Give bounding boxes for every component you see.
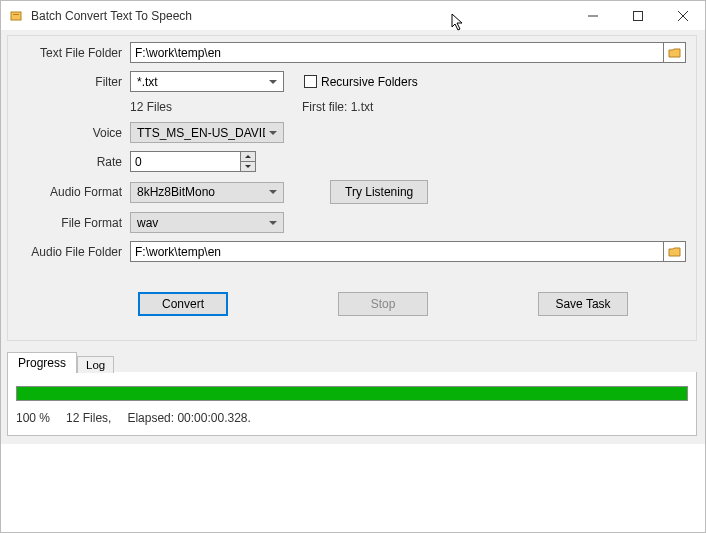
filter-label: Filter [18,75,130,89]
tab-progress[interactable]: Progress [7,352,77,373]
rate-input[interactable] [130,151,256,172]
save-task-button[interactable]: Save Task [538,292,628,316]
status-percent: 100 % [16,411,50,425]
rate-label: Rate [18,155,130,169]
audio-folder-label: Audio File Folder [18,245,130,259]
voice-label: Voice [18,126,130,140]
stop-button[interactable]: Stop [338,292,428,316]
recursive-checkbox[interactable]: Recursive Folders [304,75,418,89]
rate-spin-down[interactable] [240,162,255,171]
tab-log[interactable]: Log [77,356,114,373]
status-elapsed: Elapsed: 00:00:00.328. [127,411,250,425]
file-count-text: 12 Files [130,100,302,114]
tab-content: 100 % 12 Files, Elapsed: 00:00:00.328. [7,372,697,436]
svg-rect-0 [11,12,21,20]
browse-text-folder-button[interactable] [664,42,686,63]
audio-format-label: Audio Format [18,185,130,199]
text-folder-input[interactable] [130,42,664,63]
folder-icon [668,47,682,59]
file-format-combo[interactable]: wav [130,212,284,233]
rate-spin-up[interactable] [240,152,255,162]
file-format-value: wav [137,216,158,230]
audio-folder-input[interactable] [130,241,664,262]
text-folder-label: Text File Folder [18,46,130,60]
maximize-button[interactable] [615,1,660,31]
svg-rect-3 [633,11,642,20]
audio-format-combo[interactable]: 8kHz8BitMono [130,182,284,203]
convert-button[interactable]: Convert [138,292,228,316]
form-panel: Text File Folder Filter *.txt Recursive … [7,35,697,341]
file-format-label: File Format [18,216,130,230]
browse-audio-folder-button[interactable] [664,241,686,262]
first-file-text: First file: 1.txt [302,100,373,114]
recursive-label: Recursive Folders [321,75,418,89]
filter-combo[interactable]: *.txt [130,71,284,92]
checkbox-box [304,75,317,88]
filter-value: *.txt [137,75,158,89]
svg-rect-1 [13,14,19,15]
tabs-area: Progress Log 100 % 12 Files, Elapsed: 00… [7,351,697,436]
close-button[interactable] [660,1,705,31]
window-title: Batch Convert Text To Speech [31,9,192,23]
status-files: 12 Files, [66,411,111,425]
app-icon [9,8,25,24]
folder-icon [668,246,682,258]
titlebar: Batch Convert Text To Speech [1,1,705,31]
voice-value: TTS_MS_EN-US_DAVID_11 [137,126,265,140]
audio-format-value: 8kHz8BitMono [137,185,215,199]
progress-bar [16,386,688,401]
voice-combo[interactable]: TTS_MS_EN-US_DAVID_11 [130,122,284,143]
try-listening-button[interactable]: Try Listening [330,180,428,204]
minimize-button[interactable] [570,1,615,31]
